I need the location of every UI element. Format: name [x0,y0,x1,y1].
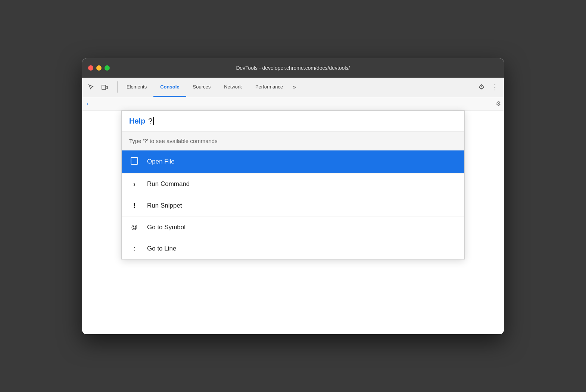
secondary-gear-icon[interactable]: ⚙ [496,100,501,107]
palette-item-run-snippet[interactable]: ! Run Snippet [122,195,464,217]
expand-arrow-icon[interactable]: › [85,99,90,108]
tab-overflow-button[interactable]: » [290,77,299,97]
palette-hint: Type '?' to see available commands [122,132,464,150]
palette-item-go-to-symbol[interactable]: @ Go to Symbol [122,217,464,238]
tab-elements[interactable]: Elements [120,77,153,97]
palette-item-go-to-line[interactable]: : Go to Line [122,238,464,259]
devtools-bottom-area [82,259,504,334]
tab-list: Elements Console Sources Network Perform… [120,77,476,97]
window-title: DevTools - developer.chrome.com/docs/dev… [236,65,350,71]
traffic-lights [88,65,110,71]
palette-input[interactable]: ? [148,117,154,125]
go-to-symbol-label: Go to Symbol [147,224,186,231]
titlebar: DevTools - developer.chrome.com/docs/dev… [82,58,504,78]
maximize-button[interactable] [105,65,110,71]
devtools-body: › ⚙ Help ? Type '?' to see available com… [82,97,504,334]
run-command-label: Run Command [147,180,190,188]
svg-rect-0 [102,85,106,90]
tab-sources[interactable]: Sources [186,77,218,97]
more-button[interactable]: ⋮ [489,81,501,93]
open-file-icon [129,157,140,167]
toolbar-right: ⚙ ⋮ [476,81,501,93]
tab-console[interactable]: Console [153,77,186,97]
devtools-toolbar: Elements Console Sources Network Perform… [82,78,504,97]
tab-network[interactable]: Network [217,77,249,97]
svg-rect-1 [106,86,107,89]
palette-help-label: Help [129,117,145,125]
minimize-button[interactable] [96,65,102,71]
run-snippet-label: Run Snippet [147,202,182,209]
run-command-icon: › [129,180,140,188]
palette-cursor [153,117,154,125]
device-toggle-button[interactable] [99,81,110,93]
inspect-element-button[interactable] [85,81,97,93]
toolbar-icons [85,81,110,93]
go-to-line-icon: : [129,245,140,252]
run-snippet-icon: ! [129,202,140,210]
go-to-line-label: Go to Line [147,245,176,252]
open-file-label: Open File [147,158,175,165]
command-palette: Help ? Type '?' to see available command… [121,111,465,259]
tab-performance[interactable]: Performance [249,77,290,97]
devtools-window: DevTools - developer.chrome.com/docs/dev… [82,58,504,334]
toolbar-divider [117,81,118,93]
palette-item-run-command[interactable]: › Run Command [122,174,464,195]
palette-items-list: Open File › Run Command ! Run Snippet @ … [122,150,464,259]
close-button[interactable] [88,65,93,71]
palette-header: Help ? [122,111,464,132]
go-to-symbol-icon: @ [129,224,140,231]
palette-item-open-file[interactable]: Open File [122,150,464,174]
settings-button[interactable]: ⚙ [476,81,487,93]
secondary-toolbar: › ⚙ [82,97,504,111]
